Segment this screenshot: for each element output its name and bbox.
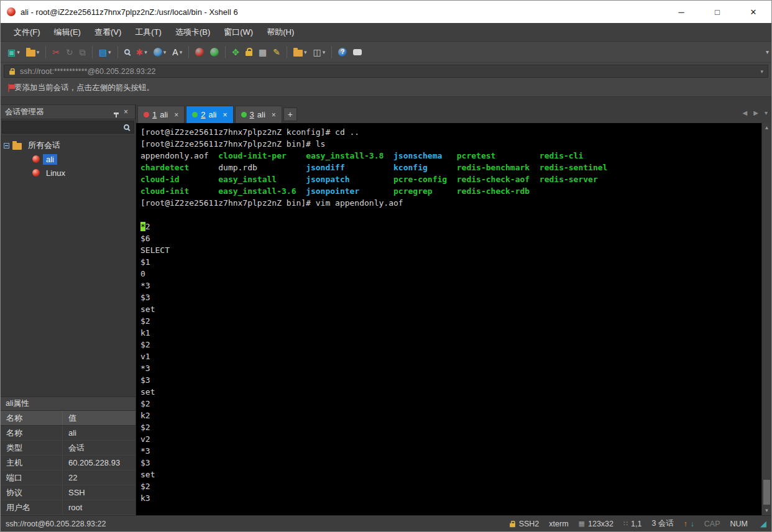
scroll-up-icon[interactable]: ▲ <box>762 123 771 132</box>
tab-close-icon[interactable]: × <box>272 111 276 119</box>
scrollbar-thumb[interactable] <box>763 480 770 505</box>
tab-scroll-right-icon[interactable]: ▶ <box>753 109 758 116</box>
session-tab[interactable]: 2ali× <box>186 106 233 123</box>
tab-number: 3 <box>250 110 254 119</box>
property-cell: 名称 <box>1 426 63 440</box>
terminal-area[interactable]: [root@iZ2ze25611z7hnx7plpz2nZ kconfig]# … <box>136 123 771 515</box>
properties-header-row: 名称值 <box>1 411 136 426</box>
terminal-line: $1 <box>140 256 761 268</box>
statusbar-items: SSH2 xterm ▦ 123x32 ∷ 1,1 3 会话 ↑ ↓ CAP N… <box>509 518 766 529</box>
address-bar: ▾ <box>1 63 771 80</box>
property-row: 名称ali <box>1 426 136 441</box>
layout-button[interactable]: ◫▾ <box>310 45 328 59</box>
session-tab[interactable]: 3ali× <box>235 106 282 123</box>
toolbar-separator <box>45 46 46 58</box>
menu-item[interactable]: 编辑(E) <box>47 24 88 41</box>
xshell-logo-icon <box>7 7 16 16</box>
dropdown-arrow-icon: ▾ <box>304 49 307 55</box>
duplicate-session-button[interactable]: ⧉ <box>77 45 88 59</box>
tab-close-icon[interactable]: × <box>174 111 178 119</box>
xftp-button[interactable] <box>208 45 221 59</box>
disconnect-button[interactable]: ✂ <box>50 45 62 59</box>
terminal-line: v2 <box>140 433 761 445</box>
session-item[interactable]: ali <box>4 152 132 166</box>
properties-button[interactable]: ▤▾ <box>96 45 114 59</box>
toolbar-overflow-icon[interactable]: ▾ <box>766 48 769 55</box>
font-button[interactable]: A▾ <box>170 45 185 59</box>
tab-menu-icon[interactable]: ▾ <box>765 109 768 116</box>
encoding-button[interactable]: ▾ <box>151 45 169 59</box>
terminal-line: v1 <box>140 351 761 362</box>
session-tree-root[interactable]: 所有会话 <box>4 139 132 152</box>
tab-label: ali <box>257 110 265 119</box>
reconnect-button[interactable]: ↻ <box>63 45 76 59</box>
highlight-button[interactable]: ✎ <box>270 45 283 59</box>
session-status-icon <box>144 112 149 117</box>
properties-panel-header: ali属性 <box>1 397 136 411</box>
new-tab-button[interactable]: + <box>283 108 297 121</box>
properties-header-cell: 值 <box>63 413 76 424</box>
tab-label: ali <box>160 110 168 119</box>
reconnect-button-icon: ↻ <box>66 48 73 57</box>
feedback-button[interactable] <box>351 47 364 58</box>
property-cell: 协议 <box>1 485 63 500</box>
new-session-button-icon: ▣ <box>7 48 16 57</box>
menu-item[interactable]: 工具(T) <box>128 24 168 41</box>
tabbar: 1ali×2ali×3ali× + ◀ ▶ ▾ <box>136 104 771 123</box>
search-input[interactable] <box>2 121 134 134</box>
collapse-icon[interactable] <box>4 143 9 149</box>
terminal-line <box>140 209 761 221</box>
menu-item[interactable]: 窗口(W) <box>217 24 260 41</box>
lock-screen-button-icon <box>246 51 252 56</box>
tabbar-tabs: 1ali×2ali×3ali× <box>137 106 283 123</box>
maximize-button[interactable]: □ <box>699 1 735 23</box>
terminal-line: [root@iZ2ze25611z7hnx7plpz2nZ bin]# ls <box>140 138 761 150</box>
session-tab[interactable]: 1ali× <box>137 106 185 123</box>
address-dropdown-icon[interactable]: ▾ <box>760 68 763 75</box>
soft-keyboard-button[interactable]: ▦ <box>256 45 269 59</box>
close-button[interactable]: ✕ <box>735 1 771 23</box>
statusbar-term-type: xterm <box>549 520 568 528</box>
address-field[interactable]: ▾ <box>4 65 768 78</box>
scroll-down-icon[interactable]: ▼ <box>762 506 771 515</box>
terminal-scrollbar[interactable]: ▲ ▼ <box>761 123 771 515</box>
caps-lock-indicator: CAP <box>704 520 720 528</box>
help-button[interactable]: ? <box>336 45 349 59</box>
fullscreen-button[interactable]: ✥ <box>229 45 242 59</box>
new-session-button[interactable]: ▣▾ <box>5 45 22 59</box>
xshell-button[interactable] <box>193 45 206 59</box>
dropdown-arrow-icon: ▾ <box>323 49 326 55</box>
resize-grip[interactable]: ◢ <box>760 519 766 528</box>
toolbar-separator <box>331 46 332 58</box>
find-button[interactable] <box>122 47 132 57</box>
session-icon <box>32 155 40 163</box>
panel-close-icon[interactable]: × <box>121 108 131 116</box>
session-manager-panel: 会话管理器 × 所有会话 aliLinux ali属性 名称值名称ali类型会话… <box>1 104 136 515</box>
property-row: 类型会话 <box>1 441 136 456</box>
property-cell: 用户名 <box>1 500 63 515</box>
menu-item[interactable]: 查看(V) <box>88 24 128 41</box>
lock-screen-button[interactable] <box>243 45 255 58</box>
menu-item[interactable]: 文件(F) <box>7 24 47 41</box>
color-scheme-button[interactable]: ✱▾ <box>134 45 150 59</box>
minimize-button[interactable]: ─ <box>663 1 699 23</box>
tab-scroll-left-icon[interactable]: ◀ <box>743 109 748 116</box>
pin-icon[interactable] <box>111 108 121 116</box>
properties-button-icon: ▤ <box>99 48 107 57</box>
statusbar: ssh://root@60.205.228.93:22 SSH2 xterm ▦… <box>1 515 771 531</box>
xftp-button-icon <box>210 48 219 57</box>
menu-item[interactable]: 选项卡(B) <box>168 24 217 41</box>
session-item[interactable]: Linux <box>4 166 132 180</box>
terminal-line: appendonly.aof cloud-init-per easy_insta… <box>140 150 761 162</box>
tab-label: ali <box>209 110 217 119</box>
flag-icon <box>8 84 9 92</box>
quick-commands-button[interactable]: ▾ <box>291 45 310 59</box>
open-session-button[interactable]: ▾ <box>24 45 42 59</box>
terminal-line: [root@iZ2ze25611z7hnx7plpz2nZ bin]# vim … <box>140 197 761 209</box>
property-cell: SSH <box>63 488 85 497</box>
session-status-icon <box>192 112 198 117</box>
menu-item[interactable]: 帮助(H) <box>260 24 301 41</box>
tab-close-icon[interactable]: × <box>223 111 227 119</box>
address-input[interactable] <box>20 67 756 76</box>
ssl-lock-icon <box>9 71 15 75</box>
